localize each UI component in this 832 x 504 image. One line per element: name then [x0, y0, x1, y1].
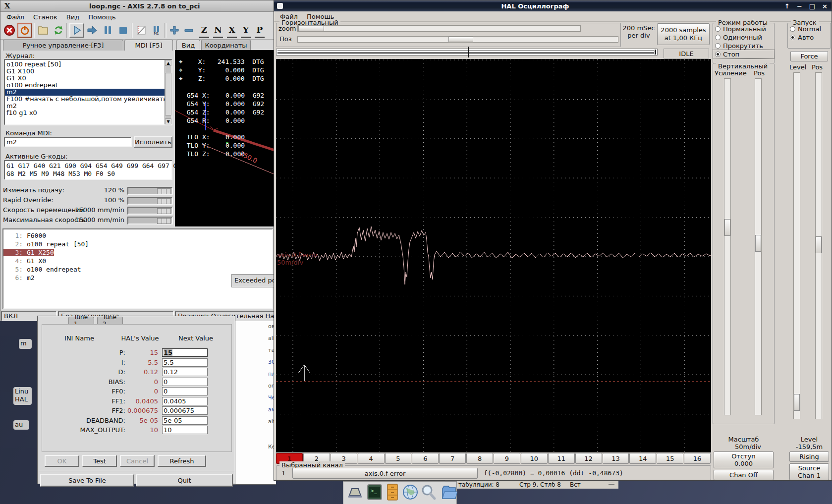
gain-slider-thumb[interactable] [724, 219, 730, 236]
channel-button-10[interactable]: 10 [521, 453, 548, 464]
channel-source-button[interactable]: axis.0.f-error [292, 468, 478, 479]
override-slider[interactable] [127, 197, 173, 205]
tab-mdi[interactable]: MDI [F5] [124, 40, 173, 51]
program-line[interactable]: 1: F6000 [3, 231, 272, 240]
chan-off-button[interactable]: Chan Off [714, 470, 774, 480]
vpos-slider[interactable] [755, 78, 762, 415]
view-axis-x-icon[interactable]: X [227, 23, 237, 38]
channel-button-16[interactable]: 16 [684, 453, 711, 464]
journal-row[interactable]: G1 X0 [5, 75, 165, 82]
run-mode-option[interactable]: Стоп [713, 50, 774, 58]
channel-button-5[interactable]: 5 [385, 453, 412, 464]
zoom-slider[interactable] [297, 25, 581, 32]
trigger-source-button[interactable]: SourceChan 1 [789, 463, 829, 480]
tab-tune2[interactable]: Tune 2 [97, 317, 123, 324]
override-slider[interactable] [127, 217, 173, 224]
pid-next-value-input[interactable]: 0.0405 [162, 397, 208, 405]
desktop-icon-label[interactable]: m [19, 339, 32, 349]
trigger-level-thumb[interactable] [794, 394, 800, 411]
estop-icon[interactable] [2, 23, 16, 38]
cancel-button[interactable]: Cancel [120, 455, 155, 467]
vpos-slider-thumb[interactable] [755, 235, 761, 252]
channel-button-14[interactable]: 14 [629, 453, 656, 464]
machine-power-icon[interactable] [17, 23, 32, 38]
reload-icon[interactable] [51, 23, 65, 38]
pid-next-value-input[interactable]: 0.12 [162, 368, 208, 376]
pid-next-value-input[interactable]: 0.000675 [162, 406, 208, 415]
journal-row[interactable]: m2 [5, 103, 165, 110]
trigger-pos-thumb[interactable] [816, 236, 822, 253]
zoom-slider-thumb[interactable] [298, 26, 324, 31]
view-axis-p-icon[interactable]: P [255, 23, 265, 38]
maximize-icon[interactable]: □ [809, 2, 815, 10]
zoom-in-icon[interactable] [167, 23, 181, 38]
channel-button-4[interactable]: 4 [358, 453, 385, 464]
channel-button-12[interactable]: 12 [575, 453, 602, 464]
skip-lines-icon[interactable] [134, 23, 148, 38]
journal-row[interactable]: f10 g1 x0 [5, 110, 165, 116]
view-axis-y-icon[interactable]: Y [241, 23, 251, 38]
view-axis-z-icon[interactable]: Z [199, 23, 209, 38]
mdi-command-input[interactable]: m2 [4, 137, 132, 147]
channel-button-13[interactable]: 13 [603, 453, 629, 464]
scrollbar-up-arrow[interactable]: ▲ [165, 60, 171, 66]
optional-stop-icon[interactable]: M1 [149, 23, 164, 38]
program-line[interactable]: 4: G1 X0 [3, 257, 272, 265]
refresh-button[interactable]: Refresh [158, 455, 206, 467]
program-line[interactable]: 2: o100 repeat [50] [3, 240, 272, 248]
pid-next-value-input[interactable]: 0 [162, 378, 208, 386]
ok-button[interactable]: OK [45, 455, 79, 467]
desktop-icon-label[interactable]: au [13, 420, 29, 430]
channel-button-11[interactable]: 11 [548, 453, 575, 464]
mdi-execute-button[interactable]: Исполнить [134, 136, 172, 148]
run-mode-option[interactable]: Одиночный [713, 33, 774, 42]
record-position-marker[interactable] [468, 47, 469, 57]
pause-icon[interactable] [100, 23, 114, 38]
desktop-icon[interactable] [345, 483, 362, 503]
menu-item[interactable]: Станок [29, 12, 61, 22]
menu-item[interactable]: Помощь [84, 12, 119, 22]
program-line[interactable]: 5: o100 endrepeat [3, 265, 272, 274]
journal-row[interactable]: o100 repeat [50] [5, 61, 165, 68]
channel-button-7[interactable]: 7 [439, 453, 466, 464]
terminal-icon[interactable]: >_ [366, 483, 383, 503]
run-program-icon[interactable] [69, 23, 84, 38]
journal-row[interactable]: G1 X100 [5, 68, 165, 75]
override-slider-thumb[interactable] [157, 198, 171, 204]
pid-next-value-input[interactable]: 15 [162, 348, 208, 357]
quit-button[interactable]: Quit [136, 474, 233, 487]
rollup-icon[interactable]: ↑ [784, 2, 790, 10]
trigger-option[interactable]: Авто [788, 33, 831, 42]
tab-tune1[interactable]: Tune 1 [68, 317, 94, 324]
run-step-icon[interactable] [85, 23, 99, 38]
channel-button-6[interactable]: 6 [412, 453, 439, 464]
channel-button-8[interactable]: 8 [466, 453, 493, 464]
program-line[interactable]: 3: G1 X250 [3, 248, 272, 257]
override-slider[interactable] [127, 187, 173, 195]
force-button[interactable]: Force [790, 51, 828, 61]
preview-area[interactable]: 250.0 ⌖ X: 241.533 DTG⌖ Y: 0.000 DTG⌖ Z:… [175, 50, 276, 226]
program-listing[interactable]: 1: F6000 2: o100 repeat [50] 3: G1 X250 … [2, 228, 273, 309]
menu-item[interactable]: Вид [62, 12, 83, 22]
zoom-out-icon[interactable] [182, 23, 195, 38]
tab-preview[interactable]: Вид [176, 40, 200, 51]
override-slider-thumb[interactable] [157, 208, 171, 214]
journal-listbox[interactable]: o100 repeat [50]G1 X100G1 X0o100 endrepe… [4, 59, 172, 125]
trigger-pos-slider[interactable] [815, 72, 822, 419]
desktop-icon-label[interactable]: LinuHAL [13, 387, 32, 405]
save-to-file-button[interactable]: Save To File [40, 474, 134, 487]
minimize-icon[interactable]: − [797, 2, 802, 10]
gain-slider[interactable] [724, 78, 731, 415]
run-mode-option[interactable]: Прокрутить [713, 42, 774, 50]
tab-dro[interactable]: Координаты [201, 40, 251, 51]
scope-titlebar[interactable]: HAL Осциллограф ↑ − □ × [274, 0, 832, 11]
tab-manual-control[interactable]: Ручное управление-[F3] [3, 40, 123, 51]
search-magnifier-icon[interactable] [420, 483, 437, 503]
browser-globe-icon[interactable] [402, 483, 419, 503]
journal-scrollbar[interactable]: ▲ ▼ [165, 60, 171, 124]
trigger-level-slider[interactable] [793, 72, 800, 419]
channel-button-9[interactable]: 9 [494, 453, 520, 464]
scrollbar-down-arrow[interactable]: ▼ [165, 118, 171, 124]
override-slider-thumb[interactable] [157, 188, 171, 194]
open-file-icon[interactable] [36, 23, 50, 38]
